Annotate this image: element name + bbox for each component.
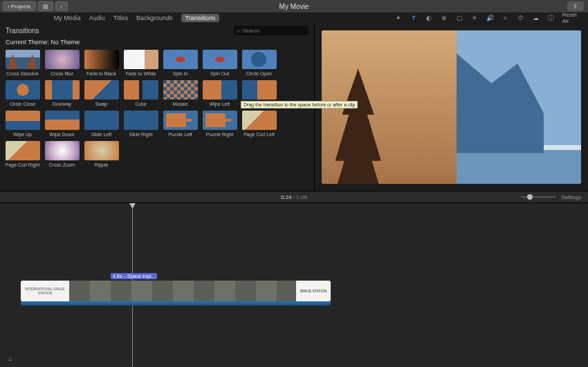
transition-label: Cross Dissolve: [6, 71, 39, 76]
search-input[interactable]: [242, 28, 306, 34]
transition-spin-in[interactable]: Spin In: [162, 50, 199, 76]
transition-fade-to-black[interactable]: Fade to Black: [83, 50, 120, 76]
reset-all-button[interactable]: Reset All: [562, 12, 581, 24]
time-display: 0:24 / 1:08: [281, 194, 307, 200]
transition-puzzle-right[interactable]: Puzzle Right: [201, 111, 238, 137]
transition-label: Cube: [135, 102, 147, 106]
search-icon: ⌕: [237, 27, 240, 34]
search-box[interactable]: ⌕: [234, 26, 309, 35]
transition-doorway[interactable]: Doorway: [44, 80, 80, 106]
text-tool-icon[interactable]: T: [410, 13, 418, 23]
transitions-browser: Transitions ⌕ Current Theme: No Theme Cr…: [0, 23, 315, 191]
transition-tooltip: Drag the transition to the space before …: [241, 101, 358, 109]
titlebar: ‹ Projects ▤ ↓ My Movie ⇪: [0, 0, 588, 12]
transition-cross-dissolve[interactable]: Cross Dissolve: [4, 50, 41, 76]
transition-thumb: [84, 141, 119, 160]
color-balance-icon[interactable]: ◐: [425, 13, 433, 23]
transition-thumb: [6, 50, 40, 69]
speed-icon[interactable]: ⏱: [517, 13, 525, 23]
transition-label: Page Curl Left: [244, 132, 275, 137]
preview-viewer[interactable]: [322, 30, 581, 184]
transition-thumb: [45, 141, 80, 160]
transition-label: Swap: [95, 102, 108, 106]
volume-icon[interactable]: 🔊: [486, 13, 494, 23]
tab-backgrounds[interactable]: Backgrounds: [136, 15, 173, 21]
transition-thumb: [84, 111, 119, 130]
transition-thumb: [203, 50, 237, 69]
transition-cross-blur[interactable]: Cross Blur: [44, 50, 80, 76]
transition-cube[interactable]: Cube: [122, 80, 159, 106]
transition-thumb: [203, 111, 237, 130]
transition-wipe-down[interactable]: Wipe Down: [44, 111, 80, 137]
transition-thumb: [124, 80, 158, 100]
color-correct-icon[interactable]: ⊕: [440, 13, 448, 23]
clip-filmstrip: [69, 281, 296, 301]
crop-icon[interactable]: ▢: [455, 13, 463, 23]
transition-cross-zoom[interactable]: Cross Zoom: [44, 141, 80, 167]
transition-page-curl-left[interactable]: Page Curl Left: [241, 111, 277, 137]
transition-mosaic[interactable]: Mosaic: [162, 80, 199, 106]
video-clip[interactable]: INTERNATIONAL SPACE STATION SPACE STATIO…: [21, 281, 331, 301]
transition-label: Fade to Black: [86, 71, 116, 76]
transition-circle-open[interactable]: Circle Open: [241, 50, 277, 76]
transition-slide-left[interactable]: Slide Left: [83, 111, 120, 137]
transition-label: Puzzle Right: [206, 132, 233, 137]
transition-thumb: [163, 50, 198, 69]
transition-label: Cross Blur: [50, 71, 73, 76]
transition-label: Wipe Left: [210, 102, 230, 106]
transition-puzzle-left[interactable]: Puzzle Left: [162, 111, 199, 137]
transition-label: Ripple: [95, 162, 109, 167]
transition-thumb: [124, 111, 158, 130]
clip-start-frame: INTERNATIONAL SPACE STATION: [21, 281, 69, 301]
transition-ripple[interactable]: Ripple: [83, 141, 120, 167]
transition-label: Mosaic: [172, 102, 187, 106]
transition-thumb: [163, 111, 198, 130]
tab-titles[interactable]: Titles: [113, 15, 128, 21]
zoom-thumb[interactable]: [527, 194, 533, 200]
transition-wipe-right[interactable]: Wipe RightDrag the transition to the spa…: [241, 80, 277, 106]
filter-icon[interactable]: ☁: [532, 13, 540, 23]
settings-button[interactable]: Settings: [561, 194, 581, 200]
transition-thumb: [203, 80, 237, 100]
audio-waveform[interactable]: [21, 301, 331, 305]
transition-wipe-left[interactable]: Wipe Left: [201, 80, 238, 106]
timeline[interactable]: 4.0s – Space expl... INTERNATIONAL SPACE…: [0, 203, 588, 367]
autoenhance-icon[interactable]: ✦: [394, 13, 403, 23]
info-icon[interactable]: ⓘ: [547, 13, 555, 23]
transition-thumb: [163, 80, 198, 100]
transition-page-curl-right[interactable]: Page Curl Right: [4, 141, 41, 167]
transition-slide-right[interactable]: Slide Right: [122, 111, 159, 137]
transition-label: Spin In: [173, 71, 188, 76]
transition-label: Puzzle Left: [168, 132, 192, 137]
transition-thumb: [6, 141, 40, 160]
timeline-settings-icon[interactable]: ≡: [8, 356, 12, 363]
transition-label: Spin Out: [210, 71, 229, 76]
tab-my-media[interactable]: My Media: [54, 15, 81, 21]
transition-label: Wipe Up: [13, 132, 32, 137]
transition-fade-to-white[interactable]: Fade to White: [122, 50, 159, 76]
transition-label: Circle Open: [246, 71, 272, 76]
transition-spin-out[interactable]: Spin Out: [201, 50, 238, 76]
transition-label: Doorway: [53, 102, 72, 106]
noise-icon[interactable]: ≈: [501, 13, 509, 23]
transition-thumb: [242, 50, 277, 69]
transition-circle-close[interactable]: Circle Close: [4, 80, 41, 106]
transition-label: Wipe Down: [50, 132, 75, 137]
browser-heading: Transitions: [6, 27, 39, 35]
transition-wipe-up[interactable]: Wipe Up: [4, 111, 41, 137]
tab-audio[interactable]: Audio: [89, 15, 105, 21]
stabilize-icon[interactable]: ✳: [470, 13, 479, 23]
transition-label: Fade to White: [126, 71, 156, 76]
transition-label: Slide Right: [129, 132, 153, 137]
transition-thumb: [45, 50, 80, 69]
transition-label: Circle Close: [10, 102, 36, 106]
zoom-slider[interactable]: [521, 196, 555, 198]
transition-swap[interactable]: Swap: [83, 80, 120, 106]
transition-thumb: [242, 111, 277, 130]
preview-right-clip: [457, 30, 581, 184]
library-tabbar: My Media Audio Titles Backgrounds Transi…: [0, 12, 588, 23]
transition-label: Page Curl Right: [6, 162, 39, 167]
transition-thumb: [6, 80, 40, 100]
tab-transitions[interactable]: Transitions: [181, 14, 220, 22]
transition-label: Cross Zoom: [48, 162, 75, 167]
